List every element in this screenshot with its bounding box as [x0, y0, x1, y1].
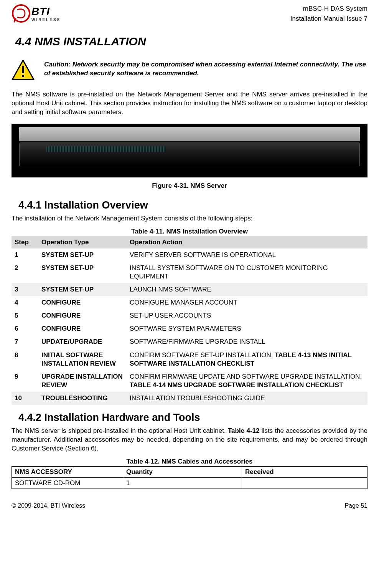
logo-text: BTI WIRELESS — [31, 5, 61, 22]
col-quantity: Quantity — [123, 466, 242, 477]
table-row: 8INITIAL SOFTWARE INSTALLATION REVIEWCON… — [12, 349, 367, 370]
cell-optype: CONFIGURE — [38, 322, 127, 335]
table-row: 7UPDATE/UPGRADESOFTWARE/FIRMWARE UPGRADE… — [12, 335, 367, 348]
server-image — [12, 124, 367, 177]
table-row: 3SYSTEM SET-UPLAUNCH NMS SOFTWARE — [12, 283, 367, 296]
cell-step: 9 — [12, 370, 38, 392]
table-4-12-caption: Table 4-12. NMS Cables and Accessories — [12, 458, 367, 465]
header-right: mBSC-H DAS System Installation Manual Is… — [290, 4, 367, 23]
svg-rect-2 — [22, 66, 24, 73]
caution-text: Caution: Network security may be comprom… — [44, 60, 367, 78]
cell-action: INSTALLATION TROUBLESHOOTING GUIDE — [127, 392, 367, 405]
cell-action: CONFIRM FIRMWARE UPDATE AND SOFTWARE UPG… — [127, 370, 367, 392]
doc-title: mBSC-H DAS System — [290, 4, 367, 14]
logo-icon — [12, 4, 31, 23]
cell-optype: SYSTEM SET-UP — [38, 248, 127, 262]
figure-caption: Figure 4-31. NMS Server — [12, 182, 367, 190]
sub2-bold: Table 4-12 — [228, 427, 260, 434]
caution-block: Caution: Network security may be comprom… — [12, 60, 367, 81]
cell-action: CONFIGURE MANAGER ACCOUNT — [127, 296, 367, 309]
cell-step: 1 — [12, 248, 38, 262]
cell-action: SOFTWARE/FIRMWARE UPGRADE INSTALL — [127, 335, 367, 348]
table-row: 4CONFIGURECONFIGURE MANAGER ACCOUNT — [12, 296, 367, 309]
table-row: 6CONFIGURESOFTWARE SYSTEM PARAMETERS — [12, 322, 367, 335]
cell-step: 2 — [12, 262, 38, 283]
table-header-row: Step Operation Type Operation Action — [12, 236, 367, 248]
cell-step: 6 — [12, 322, 38, 335]
server-figure — [12, 124, 367, 177]
cell-optype: CONFIGURE — [38, 296, 127, 309]
cell-optype: INITIAL SOFTWARE INSTALLATION REVIEW — [38, 349, 127, 370]
logo-main: BTI — [31, 5, 61, 18]
table-4-11: Step Operation Type Operation Action 1SY… — [12, 236, 367, 405]
subsection-4-4-2-title: 4.4.2 Installation Hardware and Tools — [18, 412, 367, 424]
logo: BTI WIRELESS — [12, 4, 61, 23]
cell-step: 3 — [12, 283, 38, 296]
cell-action: LAUNCH NMS SOFTWARE — [127, 283, 367, 296]
doc-issue: Installation Manual Issue 7 — [290, 14, 367, 24]
copyright: © 2009-2014, BTI Wireless — [12, 502, 85, 509]
cell-step: 5 — [12, 309, 38, 322]
cell-step: 10 — [12, 392, 38, 405]
cell-action: CONFIRM SOFTWARE SET-UP INSTALLATION, TA… — [127, 349, 367, 370]
cell-received — [242, 477, 367, 489]
cell-action: SET-UP USER ACCOUNTS — [127, 309, 367, 322]
svg-rect-3 — [22, 75, 24, 77]
table-4-12: NMS ACCESSORY Quantity Received SOFTWARE… — [12, 466, 367, 489]
col-step: Step — [12, 236, 38, 248]
sub2-pre: The NMS server is shipped pre-installed … — [12, 427, 228, 434]
table-row: 9UPGRADE INSTALLATION REVIEWCONFIRM FIRM… — [12, 370, 367, 392]
col-optype: Operation Type — [38, 236, 127, 248]
subsection-4-4-1-text: The installation of the Network Manageme… — [12, 214, 367, 223]
subsection-4-4-1-title: 4.4.1 Installation Overview — [18, 199, 367, 211]
cell-quantity: 1 — [123, 477, 242, 489]
cell-action: SOFTWARE SYSTEM PARAMETERS — [127, 322, 367, 335]
cell-optype: SYSTEM SET-UP — [38, 262, 127, 283]
table-4-11-caption: Table 4-11. NMS Installation Overview — [12, 228, 367, 235]
table-row: 5CONFIGURESET-UP USER ACCOUNTS — [12, 309, 367, 322]
table-header-row: NMS ACCESSORY Quantity Received — [12, 466, 367, 477]
warning-icon — [12, 60, 35, 81]
cell-optype: UPGRADE INSTALLATION REVIEW — [38, 370, 127, 392]
cell-action: INSTALL SYSTEM SOFTWARE ON TO CUSTOMER M… — [127, 262, 367, 283]
page-footer: © 2009-2014, BTI Wireless Page 51 — [12, 502, 367, 509]
cell-step: 4 — [12, 296, 38, 309]
table-row: 2SYSTEM SET-UPINSTALL SYSTEM SOFTWARE ON… — [12, 262, 367, 283]
cell-step: 8 — [12, 349, 38, 370]
page-header: BTI WIRELESS mBSC-H DAS System Installat… — [12, 4, 367, 23]
subsection-4-4-2-text: The NMS server is shipped pre-installed … — [12, 427, 367, 453]
cell-optype: SYSTEM SET-UP — [38, 283, 127, 296]
col-action: Operation Action — [127, 236, 367, 248]
action-bold: TABLE 4-14 NMS UPGRADE SOFTWARE INSTALLA… — [130, 381, 343, 389]
table-row: 1SYSTEM SET-UPVERIFY SERVER SOFTWARE IS … — [12, 248, 367, 262]
page-number: Page 51 — [344, 502, 367, 509]
cell-optype: UPDATE/UPGRADE — [38, 335, 127, 348]
logo-sub: WIRELESS — [31, 18, 61, 22]
section-title: 4.4 NMS INSTALLATION — [15, 35, 367, 48]
intro-paragraph: The NMS software is pre-installed on the… — [12, 90, 367, 117]
col-accessory: NMS ACCESSORY — [12, 466, 123, 477]
cell-step: 7 — [12, 335, 38, 348]
cell-optype: CONFIGURE — [38, 309, 127, 322]
table-row: 10TROUBLESHOOTINGINSTALLATION TROUBLESHO… — [12, 392, 367, 405]
action-prefix: CONFIRM FIRMWARE UPDATE AND SOFTWARE UPG… — [130, 373, 362, 380]
cell-action: VERIFY SERVER SOFTWARE IS OPERATIONAL — [127, 248, 367, 262]
cell-optype: TROUBLESHOOTING — [38, 392, 127, 405]
table-row: SOFTWARE CD-ROM1 — [12, 477, 367, 489]
cell-accessory: SOFTWARE CD-ROM — [12, 477, 123, 489]
col-received: Received — [242, 466, 367, 477]
action-prefix: CONFIRM SOFTWARE SET-UP INSTALLATION, — [130, 351, 275, 359]
